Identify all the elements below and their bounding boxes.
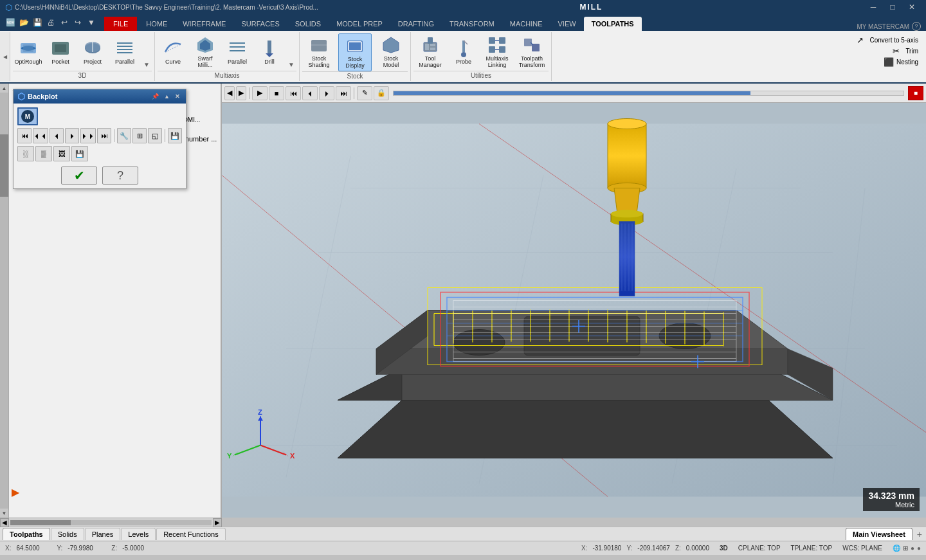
bp-back-button[interactable]: ⏴ — [50, 128, 64, 143]
tab-transform[interactable]: TRANSFORM — [442, 17, 502, 31]
bp-hatch2-button[interactable]: ▒ — [35, 146, 52, 161]
maximize-button[interactable]: □ — [884, 1, 902, 13]
qa-more[interactable]: ▼ — [85, 16, 98, 29]
tab-wireframe[interactable]: WIREFRAME — [175, 17, 233, 31]
multiaxis-linking-button[interactable]: Multiaxis Linking — [480, 33, 514, 70]
tab-levels[interactable]: Levels — [121, 528, 156, 540]
tab-planes[interactable]: Planes — [85, 528, 121, 540]
stock-display-button[interactable]: Stock Display — [338, 33, 372, 71]
bp-tool-button[interactable]: 🔧 — [117, 128, 131, 143]
svg-point-58 — [453, 330, 505, 356]
curve-button[interactable]: Curve — [158, 33, 188, 69]
vp-step-back-button[interactable]: ⏴ — [302, 86, 318, 100]
vp-stop-red-button[interactable]: ■ — [908, 86, 923, 100]
vp-lock-button[interactable]: 🔒 — [374, 86, 389, 100]
swarf-button[interactable]: Swarf Milli... — [190, 33, 221, 70]
more-3d-button[interactable]: ▼ — [141, 33, 152, 69]
tab-surfaces[interactable]: SURFACES — [233, 17, 287, 31]
parallel-ma-button[interactable]: Parallel — [222, 33, 253, 69]
tab-drafting[interactable]: DRAFTING — [390, 17, 442, 31]
qa-print[interactable]: 🖨 — [44, 16, 57, 29]
bp-logo-button[interactable]: M — [17, 107, 38, 125]
vp-play-button[interactable]: ▶ — [252, 86, 268, 100]
status-grid-icon[interactable]: ⊞ — [903, 545, 908, 552]
qa-open[interactable]: 📂 — [17, 16, 30, 29]
bp-rewind-button[interactable]: ⏮ — [17, 128, 32, 143]
stock-shading-button[interactable]: Stock Shading — [302, 33, 336, 70]
hscroll-left[interactable]: ◀ — [0, 518, 9, 527]
tab-solids[interactable]: SOLIDS — [287, 17, 329, 31]
toolpath-transform-button[interactable]: Toolpath Transform — [515, 33, 549, 70]
bp-screenshot-button[interactable]: 🖼 — [53, 146, 70, 161]
backplot-toolbar-row2: ░ ▒ 🖼 💾 — [17, 146, 182, 161]
bp-save-button[interactable]: 💾 — [168, 128, 182, 143]
minimize-button[interactable]: ─ — [864, 1, 882, 13]
tab-machine[interactable]: MACHINE — [502, 17, 550, 31]
vp-right-arrow[interactable]: ▶ — [236, 86, 246, 100]
bp-save2-button[interactable]: 💾 — [71, 146, 88, 161]
close-button[interactable]: ✕ — [903, 1, 921, 13]
bp-step-forward-button[interactable]: ⏵⏵ — [80, 128, 96, 143]
bp-forward-button[interactable]: ⏵ — [65, 128, 79, 143]
more-ma-button[interactable]: ▼ — [286, 33, 296, 69]
vp-stop-button[interactable]: ■ — [269, 86, 284, 100]
vp-rewind-button[interactable]: ⏮ — [286, 86, 301, 100]
tab-view[interactable]: VIEW — [550, 17, 584, 31]
tab-toolpaths[interactable]: TOOLPATHS — [584, 17, 642, 31]
probe-button[interactable]: Probe — [448, 33, 479, 69]
parallel-button[interactable]: Parallel — [109, 33, 140, 69]
backplot-title-bar[interactable]: ⬡ Backplot 📌 ▲ ✕ — [14, 89, 186, 104]
project-button[interactable]: Project — [77, 33, 108, 69]
bp-ok-button[interactable]: ✔ — [61, 167, 97, 185]
tab-main-viewsheet[interactable]: Main Viewsheet — [846, 528, 912, 540]
vp-left-arrow[interactable]: ◀ — [224, 86, 235, 100]
vp-sep2 — [354, 87, 354, 99]
svg-point-101 — [611, 210, 643, 218]
tab-home[interactable]: HOME — [138, 17, 175, 31]
help-icon[interactable]: ? — [912, 22, 921, 31]
main-viewsheet-label: Main Viewsheet — [853, 530, 905, 538]
qa-new[interactable]: 🆕 — [4, 16, 17, 29]
backplot-close-button[interactable]: ✕ — [173, 93, 182, 100]
qa-redo[interactable]: ↪ — [71, 16, 84, 29]
backplot-arrow-button[interactable]: ▲ — [162, 93, 172, 100]
bp-help-button[interactable]: ? — [102, 167, 138, 185]
viewport-area: ◀ ▶ ▶ ■ ⏮ ⏴ ⏵ ⏭ ✎ 🔒 ■ — [222, 84, 926, 518]
ribbon-collapse-left[interactable]: ◀ — [0, 32, 10, 81]
status-dot2-icon[interactable]: ● — [917, 545, 921, 552]
status-dot1-icon[interactable]: ● — [911, 545, 914, 552]
bp-view-button[interactable]: ◱ — [148, 128, 162, 143]
left-scroll-down[interactable]: ▼ — [0, 509, 8, 518]
vp-edit-button[interactable]: ✎ — [357, 86, 372, 100]
tool-manager-button[interactable]: Tool Manager — [413, 33, 447, 70]
optirough-button[interactable]: OptiRough — [13, 33, 44, 69]
tab-modelprep[interactable]: MODEL PREP — [329, 17, 390, 31]
hscroll-right[interactable]: ▶ — [213, 518, 222, 527]
convert-5axis-button[interactable]: ↗ Convert to 5-axis — [854, 35, 921, 46]
bp-hatch1-button[interactable]: ░ — [17, 146, 34, 161]
tab-toolpaths[interactable]: Toolpaths — [3, 528, 50, 540]
bp-wcs-button[interactable]: ⊞ — [132, 128, 147, 143]
viewport-3d[interactable]: X Y Z 34.323 mm Metric — [222, 103, 926, 518]
left-scroll-up[interactable]: ▲ — [0, 84, 8, 93]
tab-recent-functions[interactable]: Recent Functions — [156, 528, 226, 540]
backplot-pin-button[interactable]: 📌 — [150, 93, 161, 100]
my-mastercam-label[interactable]: MY MASTERCAM — [857, 23, 910, 30]
nesting-button[interactable]: ⬛ Nesting — [881, 57, 921, 68]
qa-save[interactable]: 💾 — [31, 16, 44, 29]
tab-file[interactable]: FILE — [104, 17, 137, 31]
qa-undo[interactable]: ↩ — [58, 16, 71, 29]
vp-step-forward-button[interactable]: ⏵ — [319, 86, 334, 100]
progress-bar[interactable] — [393, 91, 904, 96]
stock-model-button[interactable]: Stock Model — [374, 33, 408, 70]
status-globe-icon[interactable]: 🌐 — [893, 545, 900, 552]
bp-step-back-button[interactable]: ⏴⏴ — [33, 128, 48, 143]
tab-solids[interactable]: Solids — [51, 528, 84, 540]
add-viewsheet-button[interactable]: + — [913, 528, 926, 541]
trim-button[interactable]: ✂ Trim — [890, 46, 921, 57]
bp-end-button[interactable]: ⏭ — [97, 128, 111, 143]
vp-end-button[interactable]: ⏭ — [336, 86, 351, 100]
drill-ma-button[interactable]: Drill — [254, 33, 285, 69]
title-app: MILL — [579, 3, 603, 12]
pocket-button[interactable]: Pocket — [45, 33, 76, 69]
